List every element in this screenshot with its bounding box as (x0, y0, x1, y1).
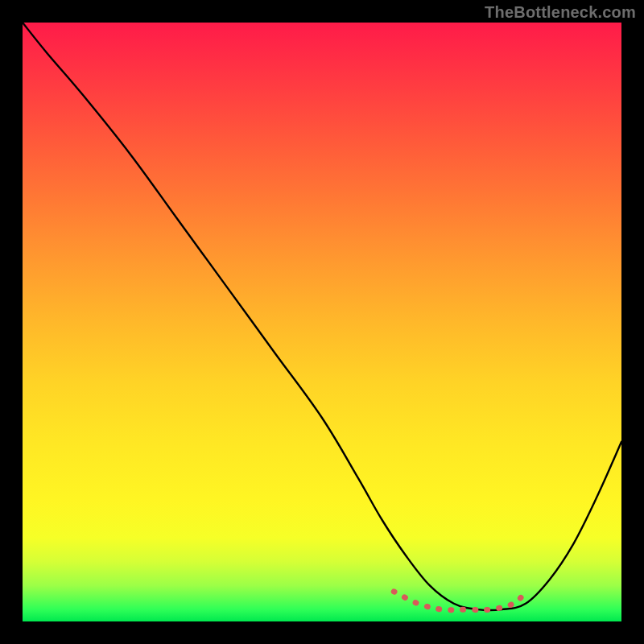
plot-area (23, 23, 621, 621)
chart-frame: TheBottleneck.com (0, 0, 644, 644)
bottleneck-curve (23, 23, 621, 610)
watermark-text: TheBottleneck.com (485, 3, 636, 22)
curve-layer (23, 23, 621, 621)
optimal-band (394, 592, 526, 610)
